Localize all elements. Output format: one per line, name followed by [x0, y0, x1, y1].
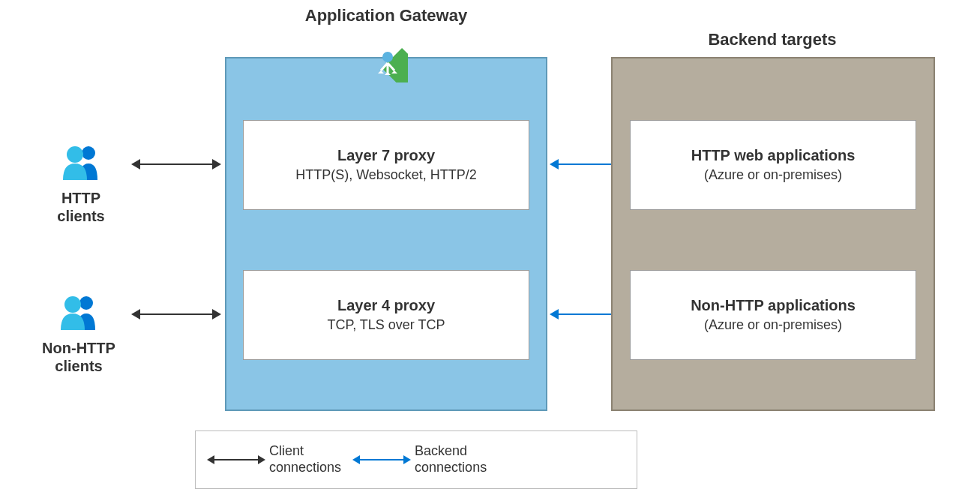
- layer4-sub: TCP, TLS over TCP: [251, 317, 521, 333]
- legend-client-label: Client connections: [269, 443, 341, 476]
- layer7-sub: HTTP(S), Websocket, HTTP/2: [251, 167, 521, 183]
- layer4-proxy-box: Layer 4 proxy TCP, TLS over TCP: [243, 270, 529, 360]
- users-icon: [56, 292, 101, 330]
- svg-point-0: [82, 146, 95, 160]
- users-icon: [58, 142, 103, 180]
- architecture-diagram: HTTP clients Non-HTTP clients Applicatio…: [0, 0, 980, 498]
- layer4-title: Layer 4 proxy: [251, 297, 521, 314]
- double-arrow-black-icon: [214, 459, 259, 460]
- http-apps-sub: (Azure or on-premises): [638, 167, 908, 183]
- double-arrow-blue-icon: [359, 459, 404, 460]
- svg-point-5: [382, 52, 393, 62]
- legend-backend-connections: Backend connections: [359, 443, 487, 476]
- layer7-title: Layer 7 proxy: [251, 147, 521, 164]
- backend-title: Backend targets: [611, 30, 934, 50]
- gateway-title: Application Gateway: [225, 6, 547, 26]
- layer7-proxy-box: Layer 7 proxy HTTP(S), Websocket, HTTP/2: [243, 120, 529, 210]
- svg-point-1: [67, 146, 83, 163]
- svg-point-3: [64, 296, 81, 313]
- nonhttp-apps-box: Non-HTTP applications (Azure or on-premi…: [630, 270, 916, 360]
- http-clients-block: HTTP clients: [36, 142, 126, 225]
- legend-client-connections: Client connections: [214, 443, 341, 476]
- legend-backend-label: Backend connections: [415, 443, 487, 476]
- svg-point-2: [79, 296, 93, 310]
- gateway-icon: [367, 42, 408, 82]
- nonhttp-apps-sub: (Azure or on-premises): [638, 317, 908, 333]
- http-clients-label: HTTP clients: [36, 189, 126, 225]
- http-apps-box: HTTP web applications (Azure or on-premi…: [630, 120, 916, 210]
- client-arrow-http: [139, 164, 214, 165]
- nonhttp-clients-label: Non-HTTP clients: [22, 339, 135, 375]
- http-apps-title: HTTP web applications: [638, 147, 908, 164]
- nonhttp-apps-title: Non-HTTP applications: [638, 297, 908, 314]
- nonhttp-clients-block: Non-HTTP clients: [22, 292, 135, 375]
- client-arrow-nonhttp: [139, 314, 214, 315]
- legend: Client connections Backend connections: [195, 430, 637, 489]
